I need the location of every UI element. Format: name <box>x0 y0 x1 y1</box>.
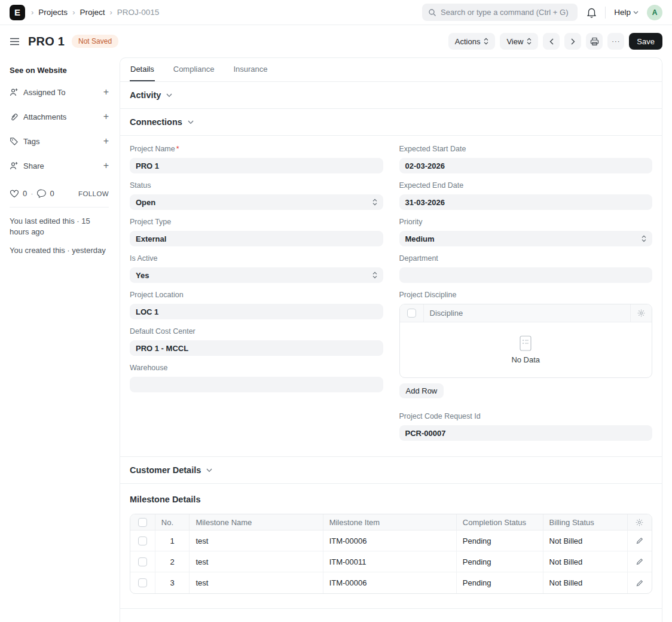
cell-milestone-name[interactable]: test <box>190 530 323 551</box>
cell-completion-status[interactable]: Pending <box>457 530 543 551</box>
top-navbar: E › Projects › Project › PROJ-0015 Help … <box>0 0 672 25</box>
select-all-checkbox[interactable] <box>138 518 147 527</box>
cell-billing-status[interactable]: Not Billed <box>543 530 628 551</box>
more-options-button[interactable]: ··· <box>607 33 624 50</box>
breadcrumb-project[interactable]: Project <box>80 8 105 17</box>
global-search[interactable] <box>422 4 578 21</box>
add-row-button[interactable]: Add Row <box>399 383 444 398</box>
cell-billing-status[interactable]: Not Billed <box>543 551 628 572</box>
priority-select[interactable]: Medium <box>399 231 653 246</box>
expected-start-date-input[interactable]: 02-03-2026 <box>399 158 653 173</box>
form-tabs: Details Compliance Insurance <box>120 58 662 82</box>
tab-compliance[interactable]: Compliance <box>173 58 215 81</box>
app-logo-icon[interactable]: E <box>10 5 25 20</box>
tab-insurance[interactable]: Insurance <box>233 58 268 81</box>
sidebar-item-attachments[interactable]: Attachments + <box>10 111 109 122</box>
cell-billing-status[interactable]: Not Billed <box>543 572 628 593</box>
help-menu[interactable]: Help <box>614 8 639 17</box>
follow-button[interactable]: FOLLOW <box>78 190 109 197</box>
select-chevrons-icon <box>484 38 488 45</box>
breadcrumb-projects[interactable]: Projects <box>38 8 68 17</box>
select-chevrons-icon <box>642 235 646 242</box>
cell-milestone-name[interactable]: test <box>190 572 323 593</box>
see-on-website-link[interactable]: See on Website <box>10 66 109 75</box>
field-default-cost-center: Default Cost Center PRO 1 - MCCL <box>130 327 383 356</box>
table-row[interactable]: 3 test ITM-00006 Pending Not Billed <box>130 572 652 593</box>
is-active-select[interactable]: Yes <box>130 267 383 283</box>
cell-completion-status[interactable]: Pending <box>457 551 543 572</box>
breadcrumb-current: PROJ-0015 <box>117 8 160 17</box>
sidebar-item-tags[interactable]: Tags + <box>10 136 109 147</box>
menu-icon[interactable] <box>10 38 20 45</box>
add-attachment-button[interactable]: + <box>103 111 109 122</box>
project-location-input[interactable]: LOC 1 <box>130 304 383 319</box>
add-share-button[interactable]: + <box>103 160 109 171</box>
share-icon <box>10 161 19 170</box>
field-priority: Priority Medium <box>399 218 653 246</box>
select-all-checkbox[interactable] <box>407 309 416 318</box>
edit-row-pencil-icon[interactable] <box>636 537 643 544</box>
status-select[interactable]: Open <box>130 194 383 210</box>
created-text[interactable]: You created this · yesterday <box>10 245 109 256</box>
section-customer-details[interactable]: Customer Details <box>120 457 662 484</box>
add-tag-button[interactable]: + <box>103 136 109 147</box>
field-is-active: Is Active Yes <box>130 254 383 283</box>
chevron-down-icon <box>633 11 639 14</box>
default-cost-center-input[interactable]: PRO 1 - MCCL <box>130 340 383 356</box>
comment-count: 0 <box>50 189 54 198</box>
add-assignment-button[interactable]: + <box>103 87 109 97</box>
user-avatar[interactable]: A <box>647 5 662 20</box>
chevron-down-icon <box>166 93 172 97</box>
project-type-input[interactable]: External <box>130 231 383 246</box>
row-checkbox[interactable] <box>138 557 147 566</box>
warehouse-input[interactable] <box>130 377 383 392</box>
grid-settings-gear-icon[interactable] <box>637 309 645 317</box>
view-button[interactable]: View <box>500 33 538 50</box>
section-notes[interactable]: Notes <box>120 609 662 622</box>
like-heart-icon[interactable] <box>10 189 19 198</box>
status-badge: Not Saved <box>72 35 118 48</box>
cell-no: 1 <box>155 530 190 551</box>
chevron-down-icon <box>188 120 194 124</box>
row-checkbox[interactable] <box>138 536 147 545</box>
chevron-right-icon: › <box>72 8 75 17</box>
field-project-discipline: Project Discipline Discipline <box>399 291 653 398</box>
cell-milestone-name[interactable]: test <box>190 551 323 572</box>
previous-record-button[interactable] <box>543 33 560 50</box>
tab-details[interactable]: Details <box>130 58 155 81</box>
save-button[interactable]: Save <box>629 33 662 50</box>
table-row[interactable]: 1 test ITM-00006 Pending Not Billed <box>130 530 652 551</box>
cell-milestone-item[interactable]: ITM-00006 <box>323 530 457 551</box>
edit-row-pencil-icon[interactable] <box>636 580 643 587</box>
table-row[interactable]: 2 test ITM-00011 Pending Not Billed <box>130 551 652 572</box>
expected-end-date-input[interactable]: 31-03-2026 <box>399 194 653 210</box>
chevron-right-icon: › <box>31 8 33 17</box>
row-checkbox[interactable] <box>138 578 147 587</box>
search-input[interactable] <box>441 8 572 17</box>
field-expected-end-date: Expected End Date 31-03-2026 <box>399 181 653 210</box>
sidebar-item-share[interactable]: Share + <box>10 160 109 171</box>
notification-bell-icon[interactable] <box>587 7 597 18</box>
column-header-no: No. <box>155 514 190 530</box>
project-name-input[interactable]: PRO 1 <box>130 158 383 173</box>
cell-milestone-item[interactable]: ITM-00006 <box>323 572 457 593</box>
column-header-billing-status: Billing Status <box>543 514 628 530</box>
grid-settings-gear-icon[interactable] <box>636 519 643 526</box>
last-edited-text[interactable]: You last edited this · 15 hours ago <box>10 216 109 237</box>
actions-button[interactable]: Actions <box>448 33 496 50</box>
section-activity[interactable]: Activity <box>120 82 662 109</box>
cell-no: 2 <box>155 551 190 572</box>
project-code-request-id-input[interactable]: PCR-00007 <box>399 425 653 441</box>
comment-icon[interactable] <box>37 189 47 198</box>
department-input[interactable] <box>399 267 653 283</box>
cell-milestone-item[interactable]: ITM-00011 <box>323 551 457 572</box>
print-button[interactable] <box>586 33 603 50</box>
next-record-button[interactable] <box>564 33 581 50</box>
sidebar-item-assigned-to[interactable]: Assigned To + <box>10 87 109 97</box>
field-label: Default Cost Center <box>130 327 383 336</box>
cell-completion-status[interactable]: Pending <box>457 572 543 593</box>
edit-row-pencil-icon[interactable] <box>636 558 643 565</box>
section-label: Connections <box>130 117 182 127</box>
field-label: Project Discipline <box>399 291 653 299</box>
section-connections[interactable]: Connections <box>120 109 662 136</box>
